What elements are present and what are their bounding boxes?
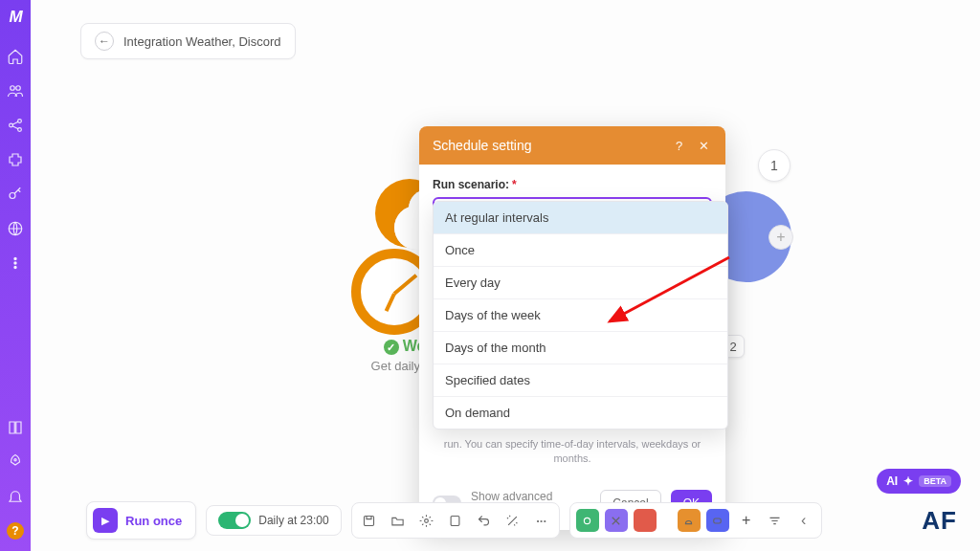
module-icon-green[interactable] [576,509,599,532]
breadcrumb-label: Integration Weather, Discord [123,34,281,49]
gear-icon[interactable] [415,509,438,532]
users-icon[interactable] [7,82,24,99]
globe-icon[interactable] [7,220,24,237]
rocket-icon[interactable] [7,453,24,471]
book-icon[interactable] [7,419,24,436]
svg-point-7 [14,257,16,259]
more-icon[interactable] [7,254,24,272]
run-scenario-label: Run scenario:* [433,178,712,191]
help-icon[interactable]: ? [7,522,24,540]
wand-icon[interactable] [501,509,524,532]
left-sidebar: M ? [0,0,31,551]
svg-point-0 [11,86,15,91]
home-icon[interactable] [7,48,24,65]
share-icon[interactable] [7,117,24,134]
svg-point-9 [14,266,16,268]
module-icon-red[interactable] [634,509,657,532]
module-icon-discord[interactable] [706,509,729,532]
svg-point-10 [14,459,16,461]
schedule-setting-modal: Schedule setting ? ✕ Run scenario:* At r… [419,126,725,530]
scenario-canvas[interactable]: ← Integration Weather, Discord ✓Wea Get … [31,0,980,551]
option-specified-dates[interactable]: Specified dates [434,364,727,397]
add-module-icon[interactable]: + [768,225,793,250]
more-dots-icon[interactable]: ··· [530,509,553,532]
bottom-toolbar: ▶ Run once Daily at 23:00 ··· [67,501,980,540]
bell-icon[interactable] [7,488,24,505]
save-icon[interactable] [358,509,381,532]
play-icon: ▶ [93,508,118,533]
svg-point-5 [10,193,15,199]
run-scenario-options: At regular intervals Once Every day Days… [433,201,728,430]
svg-point-1 [16,86,21,91]
svg-rect-14 [451,516,459,525]
key-icon[interactable] [7,186,24,203]
schedule-pill[interactable]: Daily at 23:00 [206,505,341,536]
svg-point-13 [425,518,429,522]
modal-close-icon[interactable]: ✕ [699,139,712,153]
schedule-toggle[interactable] [218,512,251,529]
option-on-demand[interactable]: On demand [434,397,727,429]
schedule-text: Daily at 23:00 [258,514,328,527]
option-every-day[interactable]: Every day [434,267,727,299]
step-badge-1: 1 [758,149,791,182]
back-icon[interactable]: ← [95,32,114,51]
breadcrumb[interactable]: ← Integration Weather, Discord [80,23,296,59]
collapse-icon[interactable]: ‹ [792,509,815,532]
sparkle-icon: ✦ [903,474,913,488]
note-icon[interactable] [444,509,467,532]
svg-rect-16 [714,518,722,523]
module-icon-weather[interactable] [678,509,701,532]
app-logo: M [9,8,21,27]
add-module-button[interactable]: + [735,509,758,532]
puzzle-icon[interactable] [7,151,24,168]
run-once-button[interactable]: ▶ Run once [86,501,196,540]
module-icon-tools[interactable] [605,509,628,532]
filter-icon[interactable] [764,509,787,532]
folder-icon[interactable] [387,509,410,532]
svg-point-15 [585,518,590,523]
option-days-of-month[interactable]: Days of the month [434,332,727,364]
svg-rect-12 [365,516,374,525]
svg-point-8 [14,262,16,264]
check-icon: ✓ [384,340,399,355]
ai-button[interactable]: AI✦BETA [877,469,961,494]
option-once[interactable]: Once [434,234,727,267]
watermark: AF [922,506,957,536]
option-at-regular-intervals[interactable]: At regular intervals [434,202,727,234]
modal-help-icon[interactable]: ? [676,139,689,153]
undo-icon[interactable] [473,509,496,532]
option-days-of-week[interactable]: Days of the week [434,299,727,332]
modal-title: Schedule setting [433,138,666,153]
